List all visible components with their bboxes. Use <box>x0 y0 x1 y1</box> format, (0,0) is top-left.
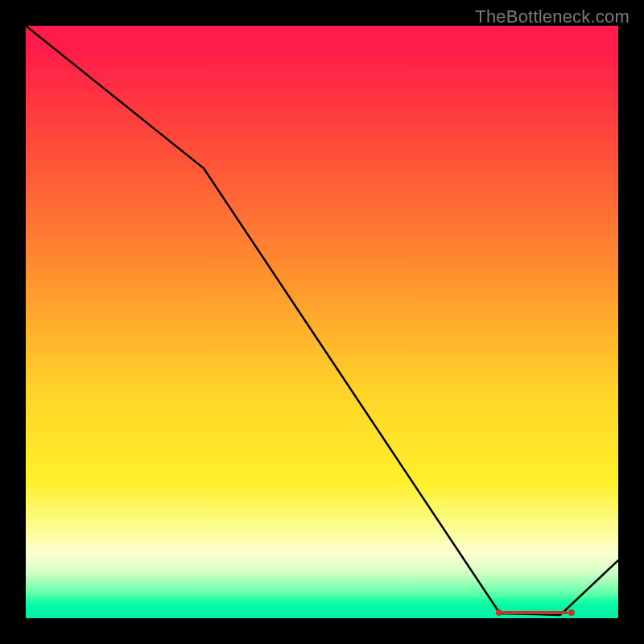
curve-path <box>26 26 618 615</box>
marker-gap <box>546 610 549 615</box>
marker-band <box>499 610 572 615</box>
watermark-text: TheBottleneck.com <box>475 6 630 27</box>
marker-gap <box>528 610 531 615</box>
marker-dot <box>568 609 575 616</box>
line-series <box>26 26 618 618</box>
plot-area <box>26 26 618 618</box>
marker-line <box>502 611 568 614</box>
marker-dot <box>496 609 502 616</box>
